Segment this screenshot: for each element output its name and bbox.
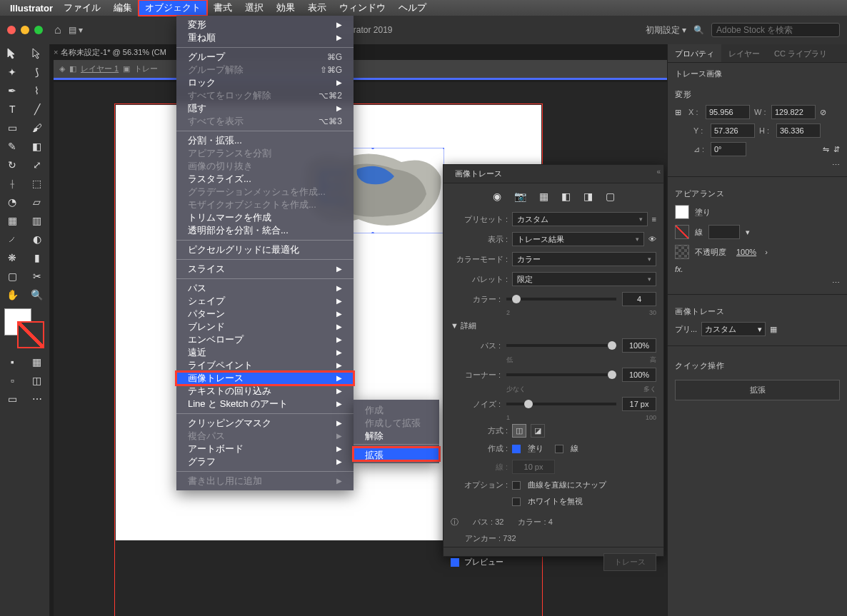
menu-item-[interactable]: シェイプ▶ <box>176 295 354 308</box>
width-tool[interactable]: ⟊ <box>0 174 25 193</box>
curvature-tool[interactable]: ⌇ <box>25 81 50 100</box>
artboard-tool[interactable]: ▢ <box>0 267 25 286</box>
tab-cc-libraries[interactable]: CC ライブラリ <box>767 44 834 62</box>
angle-input[interactable]: 0° <box>711 142 746 156</box>
line-tool[interactable]: ╱ <box>25 100 50 118</box>
paintbrush-tool[interactable]: 🖌 <box>25 118 50 137</box>
menu-type[interactable]: 書式 <box>207 0 239 16</box>
image-trace-panel[interactable]: « 画像トレース ◉ 📷 ▦ ◧ ◨ ▢ プリセット : カスタム▾ ≡ 表示 … <box>443 164 664 557</box>
gradient-tool[interactable]: ▥ <box>25 211 50 230</box>
arrange-icon[interactable]: ▤ ▾ <box>69 25 83 35</box>
eraser-tool[interactable]: ◧ <box>25 137 50 156</box>
menu-select[interactable]: 選択 <box>239 0 270 16</box>
create-stroke-checkbox[interactable] <box>555 445 563 453</box>
layer-visibility-icon[interactable]: ◈ <box>59 64 65 74</box>
method-abutting-icon[interactable]: ◫ <box>512 424 526 438</box>
outline-icon[interactable]: ▢ <box>606 191 615 202</box>
fx-label[interactable]: fx. <box>675 265 683 273</box>
menu-item-LineSketch[interactable]: Line と Sketch のアート▶ <box>176 398 354 410</box>
submenu-item-[interactable]: 解除 <box>354 428 439 441</box>
perspective-tool[interactable]: ▱ <box>25 193 50 211</box>
menu-item-[interactable]: スライス▶ <box>176 263 354 276</box>
tab-properties[interactable]: プロパティ <box>668 44 721 62</box>
menu-item-[interactable]: パターン▶ <box>176 308 354 320</box>
color-slider[interactable] <box>506 298 616 301</box>
grayscale-icon[interactable]: ◧ <box>561 191 571 202</box>
workspace-selector[interactable]: 初期設定 ▾ <box>646 24 686 36</box>
menu-item-[interactable]: 画像トレース▶ <box>176 372 354 385</box>
preview-checkbox[interactable] <box>451 558 459 567</box>
flip-h-icon[interactable]: ⇋ <box>823 145 829 154</box>
menu-item-[interactable]: テキストの回り込み▶ <box>176 385 354 398</box>
edit-toolbar-icon[interactable]: ⋯ <box>25 390 50 408</box>
menu-item-[interactable]: パス▶ <box>176 282 354 295</box>
snap-curves-checkbox[interactable] <box>512 481 521 490</box>
slice-tool[interactable]: ✂ <box>25 267 50 286</box>
corners-slider[interactable] <box>506 373 616 376</box>
rectangle-tool[interactable]: ▭ <box>0 118 25 137</box>
selection-tool[interactable] <box>0 44 25 63</box>
column-graph-tool[interactable]: ▮ <box>25 248 50 267</box>
menu-item-[interactable]: 変形▶ <box>176 19 354 31</box>
shaper-tool[interactable]: ✎ <box>0 137 25 156</box>
more-options-icon[interactable]: ⋯ <box>832 161 840 170</box>
stroke-weight-input[interactable] <box>708 225 740 239</box>
palette-select[interactable]: 限定▾ <box>512 272 656 286</box>
none-mode-icon[interactable]: ▫ <box>0 371 25 390</box>
menu-item-[interactable]: ライブペイント▶ <box>176 359 354 372</box>
layers-icon[interactable]: ◧ <box>69 64 76 74</box>
menu-item-[interactable]: 分割・拡張... <box>176 134 354 147</box>
preset-mini-select[interactable]: カスタム▾ <box>701 322 766 336</box>
eye-icon[interactable]: 👁 <box>648 235 656 243</box>
screen-mode-icon[interactable]: ▭ <box>0 390 25 408</box>
scale-tool[interactable]: ⤢ <box>25 156 50 174</box>
blend-tool[interactable]: ◐ <box>25 230 50 248</box>
menu-object[interactable]: オブジェクト <box>139 0 207 16</box>
mode-select[interactable]: カラー▾ <box>512 252 656 266</box>
menu-file[interactable]: ファイル <box>57 0 107 16</box>
eyedropper-tool[interactable]: ⟋ <box>0 230 25 248</box>
menu-help[interactable]: ヘルプ <box>392 0 433 16</box>
create-fill-checkbox[interactable] <box>512 445 521 453</box>
y-input[interactable]: 57.326 <box>711 123 755 138</box>
gradient-mode-icon[interactable]: ▦ <box>25 353 50 371</box>
menu-item-[interactable]: 重ね順▶ <box>176 31 354 44</box>
symbol-sprayer-tool[interactable]: ❋ <box>0 248 25 267</box>
pen-tool[interactable]: ✒ <box>0 81 25 100</box>
menu-item-[interactable]: 透明部分を分割・統合... <box>176 224 354 237</box>
draw-mode-icon[interactable]: ◫ <box>25 371 50 390</box>
black-white-icon[interactable]: ◨ <box>583 191 593 202</box>
preset-select[interactable]: カスタム▾ <box>512 212 648 226</box>
opacity-value[interactable]: 100% <box>736 248 756 256</box>
flip-v-icon[interactable]: ⇵ <box>833 145 840 154</box>
detail-disclosure[interactable]: ▼ 詳細 <box>443 316 663 335</box>
magic-wand-tool[interactable]: ✦ <box>0 63 25 81</box>
preset-menu-icon[interactable]: ≡ <box>652 215 656 223</box>
high-color-icon[interactable]: 📷 <box>514 191 526 202</box>
trace-panel-open-icon[interactable]: ▦ <box>770 325 777 334</box>
zoom-tool[interactable]: 🔍 <box>25 286 50 304</box>
low-color-icon[interactable]: ▦ <box>539 191 548 202</box>
menu-item-[interactable]: アートボード▶ <box>176 443 354 455</box>
menu-item-[interactable]: ラスタライズ... <box>176 173 354 186</box>
submenu-item-[interactable]: 拡張 <box>354 448 439 460</box>
menu-item-[interactable]: エンベロープ▶ <box>176 333 354 346</box>
menu-item-[interactable]: ピクセルグリッドに最適化 <box>176 243 354 256</box>
menu-view[interactable]: 表示 <box>301 0 333 16</box>
corners-value[interactable]: 100% <box>622 368 656 382</box>
menu-item-[interactable]: トリムマークを作成 <box>176 211 354 224</box>
menu-item-[interactable]: 隠す▶ <box>176 102 354 115</box>
fill-stroke-swatches[interactable] <box>4 308 44 348</box>
lasso-tool[interactable]: ⟆ <box>25 63 50 81</box>
menu-effect[interactable]: 効果 <box>270 0 301 16</box>
window-controls[interactable] <box>7 26 43 34</box>
opacity-swatch[interactable] <box>675 245 689 259</box>
reference-point-icon[interactable]: ⊞ <box>675 108 681 117</box>
menu-item-[interactable]: ロック▶ <box>176 76 354 89</box>
expand-button[interactable]: 拡張 <box>675 380 840 400</box>
menu-window[interactable]: ウィンドウ <box>333 0 392 16</box>
menu-edit[interactable]: 編集 <box>107 0 139 16</box>
w-input[interactable]: 129.822 <box>771 105 816 119</box>
menu-item-[interactable]: グラフ▶ <box>176 455 354 468</box>
fill-swatch[interactable] <box>675 205 689 219</box>
